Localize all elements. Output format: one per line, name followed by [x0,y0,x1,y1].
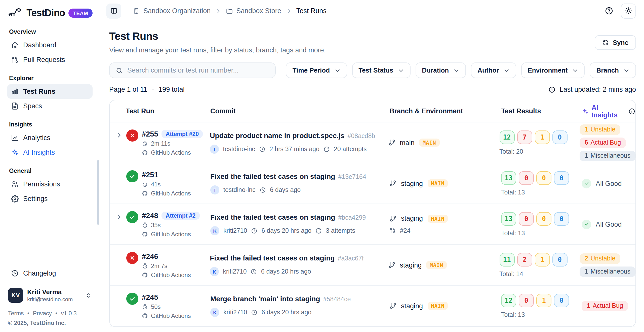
sidebar-item-dashboard[interactable]: Dashboard [7,38,93,52]
environment-tag: MAIN [419,139,440,147]
commit-hash[interactable]: #08acd8b [347,132,375,139]
commit-author: kriti2710 [223,227,247,235]
breadcrumb-current: Test Runs [296,7,327,15]
table-row[interactable]: #248 Attempt #2 35s GitHub Actions Fixed… [110,204,635,245]
github-icon [142,149,148,155]
home-icon [11,41,19,49]
info-icon[interactable] [629,108,635,115]
meta-row: Page 1 of 11 - 199 total Last updated: 2… [109,86,636,93]
privacy-link[interactable]: Privacy [33,310,52,316]
commit-author: kriti2710 [223,309,247,316]
sidebar-item-analytics[interactable]: Analytics [7,130,93,145]
expand-row-button[interactable] [115,129,123,138]
run-number[interactable]: #245 [142,293,158,301]
commit-title[interactable]: Merge branch 'main' into staging [210,294,320,303]
environment-tag: MAIN [427,302,448,310]
sidebar-toggle-button[interactable] [106,3,121,18]
attempts-count: 3 attempts [326,227,355,235]
commit-hash[interactable]: #a3ac67f [338,255,364,262]
clock-icon [251,269,257,275]
commit-hash[interactable]: #bca4299 [338,214,366,221]
sidebar-item-changelog[interactable]: Changelog [7,266,93,281]
pull-request-ref[interactable]: #24 [389,227,501,234]
chevron-down-icon [503,67,509,73]
run-duration: 50s [151,303,161,310]
commit-title[interactable]: Fixed the failed test cases on staging [210,172,335,180]
skipped-count-badge: 0 [554,212,569,225]
status-failed-icon [126,129,138,141]
table-row[interactable]: #255 Attempt #20 2m 11s GitHub Actions U… [110,122,635,163]
filter-time-period[interactable]: Time Period [286,62,347,78]
theme-toggle-button[interactable] [621,3,636,18]
ci-provider: GitHub Actions [151,149,191,156]
expand-row-button[interactable] [115,211,123,220]
rotate-icon [324,146,330,152]
table-row[interactable]: #245 50s GitHub Actions Merge branch 'ma… [110,286,635,326]
commit-hash[interactable]: #58484ce [323,295,351,303]
commit-author: testdino-inc [223,146,255,153]
branch-name: staging [401,215,423,222]
commit-title[interactable]: Update product name in product.spec.js [210,131,344,139]
brand-logo[interactable]: TestDino TEAM [7,5,93,21]
clock-icon [549,86,556,93]
chevron-down-icon [398,67,404,73]
github-icon [142,231,148,237]
sidebar-item-settings[interactable]: Settings [7,191,93,206]
run-number[interactable]: #255 [142,130,158,138]
total-count: 199 total [158,86,185,93]
section-label-explorer: Explorer [9,75,91,82]
chevron-right-icon [115,213,122,220]
breadcrumb-org[interactable]: Sandbox Organization [133,7,211,15]
column-ai-insights: AI Insights [582,104,635,119]
breadcrumb-project[interactable]: Sandbox Store [226,7,281,15]
topbar: Sandbox Organization Sandbox Store Test … [100,0,644,22]
sidebar-scrollbar[interactable] [97,160,99,225]
git-branch-icon [388,261,395,269]
users-icon [11,180,19,188]
branch-name: staging [401,180,423,187]
x-icon [129,132,135,138]
clock-icon [259,146,265,152]
commit-title[interactable]: Fixed the failed test cases on staging [210,254,335,262]
sidebar-item-specs[interactable]: Specs [7,99,93,113]
filter-duration[interactable]: Duration [415,62,466,78]
insight-chip-unstable: 1Unstable [580,124,621,135]
user-email: kriti@testdino.com [27,296,81,302]
sidebar-item-test-runs[interactable]: Test Runs [7,84,93,99]
commit-title[interactable]: Fixed the failed test cases on staging [210,213,335,221]
git-branch-icon [388,139,395,146]
search-input[interactable] [127,67,269,74]
run-number[interactable]: #248 [142,211,158,219]
table-row[interactable]: #246 2m 7s GitHub Actions Fixed the fail… [110,245,635,286]
commit-hash[interactable]: #13e7164 [338,173,366,180]
search-box[interactable] [109,62,276,78]
insight-chip-unstable: 2Unstable [580,253,621,264]
filter-test-status[interactable]: Test Status [352,62,410,78]
run-number[interactable]: #246 [142,252,158,260]
sidebar-item-pull-requests[interactable]: Pull Requests [7,52,93,67]
help-circle-icon [605,7,613,15]
sidebar-item-ai-insights[interactable]: AI Insights [7,145,93,160]
skipped-count-badge: 0 [554,293,569,307]
run-number[interactable]: #251 [142,171,158,179]
terms-link[interactable]: Terms [8,310,24,316]
help-button[interactable] [605,7,613,15]
check-circle-icon [582,179,591,188]
table-row[interactable]: #251 41s GitHub Actions Fixed the failed… [110,163,635,204]
breadcrumb: Sandbox Organization Sandbox Store Test … [133,7,327,15]
filter-environment[interactable]: Environment [521,62,585,78]
commit-time: 6 days 20 hrs ago [262,227,312,235]
branch-name: main [400,139,415,146]
passed-count-badge: 11 [499,253,514,266]
user-menu[interactable]: KV Kriti Verma kriti@testdino.com [7,287,93,304]
sidebar-item-permissions[interactable]: Permissions [7,177,93,191]
user-name: Kriti Verma [27,288,81,296]
filter-author[interactable]: Author [471,62,516,78]
author-avatar: T [210,145,219,154]
sparkles-icon [582,108,588,115]
filter-branch[interactable]: Branch [590,62,636,78]
skipped-count-badge: 0 [554,171,569,185]
test-results: 12 0 1 0 Total: 13 [501,293,582,318]
commit-time: 6 days 20 hrs ago [262,309,312,316]
sync-button[interactable]: Sync [595,35,636,50]
